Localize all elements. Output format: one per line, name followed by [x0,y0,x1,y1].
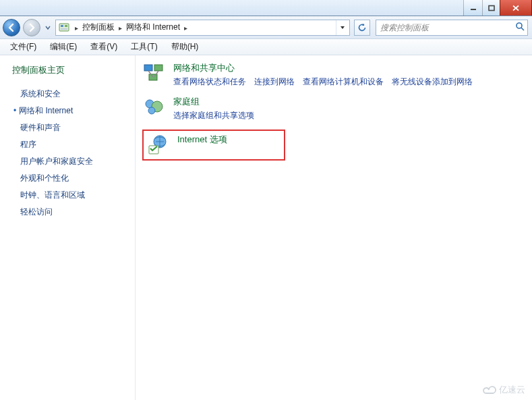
svg-rect-6 [65,25,67,27]
internet-options-icon [146,134,169,156]
breadcrumb-sep[interactable] [117,23,123,32]
sidebar-item-programs[interactable]: 程序 [12,136,128,153]
breadcrumb-sep-end[interactable] [183,23,189,32]
menu-edit[interactable]: 编辑(E) [44,39,83,55]
svg-rect-11 [154,65,162,71]
sidebar-item-network-internet[interactable]: 网络和 Internet [12,103,128,119]
sidebar-item-easy-access[interactable]: 轻松访问 [12,204,128,221]
homegroup-icon [142,96,165,119]
svg-rect-5 [61,25,63,27]
sidebar-item-clock-language[interactable]: 时钟、语言和区域 [12,187,128,204]
search-box[interactable] [376,20,528,36]
link-view-network-devices[interactable]: 查看网络计算机和设备 [303,76,384,88]
breadcrumb-control-panel[interactable]: 控制面板 [82,22,115,33]
svg-line-9 [521,28,524,30]
category-title[interactable]: 家庭组 [173,96,528,108]
svg-rect-4 [59,24,69,31]
svg-rect-1 [489,5,494,10]
category-title[interactable]: 网络和共享中心 [173,62,528,74]
breadcrumb-current[interactable]: 网络和 Internet [126,22,180,33]
sidebar-item-system-security[interactable]: 系统和安全 [12,86,128,103]
maximize-button[interactable] [482,0,500,16]
control-panel-icon [59,22,69,33]
nav-back-button[interactable] [3,19,20,36]
search-input[interactable] [379,22,512,33]
menu-view[interactable]: 查看(V) [84,39,123,55]
window-titlebar [0,0,532,16]
sidebar-item-appearance[interactable]: 外观和个性化 [12,170,128,187]
nav-forward-button[interactable] [23,19,40,36]
sidebar-item-hardware-sound[interactable]: 硬件和声音 [12,119,128,136]
category-internet-options: Internet 选项 [142,130,285,161]
nav-history-dropdown[interactable] [43,20,53,35]
sidebar-item-user-accounts[interactable]: 用户帐户和家庭安全 [12,153,128,170]
sidebar: 控制面板主页 系统和安全 网络和 Internet 硬件和声音 程序 用户帐户和… [0,55,135,400]
refresh-button[interactable] [354,20,370,36]
link-homegroup-options[interactable]: 选择家庭组和共享选项 [173,110,254,121]
menu-help[interactable]: 帮助(H) [165,39,205,55]
svg-point-8 [516,23,522,28]
navigation-bar: 控制面板 网络和 Internet [0,16,532,39]
category-title[interactable]: Internet 选项 [177,134,281,146]
search-icon[interactable] [515,22,525,33]
close-button[interactable] [500,0,532,16]
category-homegroup: 家庭组 选择家庭组和共享选项 [142,96,528,121]
svg-rect-10 [144,65,152,71]
network-sharing-icon [142,62,165,85]
control-panel-home-link[interactable]: 控制面板主页 [12,65,128,76]
link-connect-to-network[interactable]: 连接到网络 [254,76,295,88]
breadcrumb-root-sep[interactable] [73,23,80,32]
address-bar[interactable]: 控制面板 网络和 Internet [55,20,350,36]
link-add-wireless-device[interactable]: 将无线设备添加到网络 [392,76,473,88]
menu-file[interactable]: 文件(F) [4,39,42,55]
link-view-network-status[interactable]: 查看网络状态和任务 [173,76,246,88]
address-dropdown[interactable] [336,20,348,35]
category-network-sharing: 网络和共享中心 查看网络状态和任务 连接到网络 查看网络计算机和设备 将无线设备… [142,62,528,88]
menu-bar: 文件(F) 编辑(E) 查看(V) 工具(T) 帮助(H) [0,39,532,55]
watermark: 亿速云 [483,384,525,396]
menu-tools[interactable]: 工具(T) [125,39,163,55]
breadcrumb: 控制面板 网络和 Internet [73,22,332,33]
svg-rect-7 [61,28,67,30]
svg-point-17 [148,107,155,114]
content-pane: 网络和共享中心 查看网络状态和任务 连接到网络 查看网络计算机和设备 将无线设备… [135,55,532,400]
minimize-button[interactable] [463,0,483,16]
